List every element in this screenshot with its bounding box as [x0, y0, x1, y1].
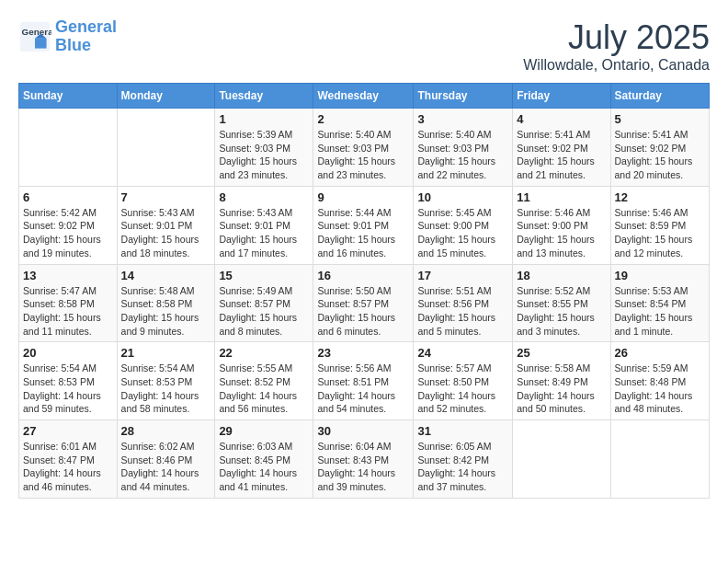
day-number: 4 [517, 112, 606, 126]
logo: General General Blue [18, 18, 117, 55]
calendar-cell: 19Sunrise: 5:53 AM Sunset: 8:54 PM Dayli… [610, 264, 709, 342]
calendar-cell: 27Sunrise: 6:01 AM Sunset: 8:47 PM Dayli… [19, 420, 118, 499]
day-of-week-header: Wednesday [313, 84, 414, 109]
day-number: 2 [317, 112, 409, 126]
day-info: Sunrise: 5:58 AM Sunset: 8:49 PM Dayligh… [517, 362, 606, 416]
calendar-week-row: 27Sunrise: 6:01 AM Sunset: 8:47 PM Dayli… [19, 420, 710, 499]
day-number: 6 [23, 190, 113, 204]
calendar-cell: 9Sunrise: 5:44 AM Sunset: 9:01 PM Daylig… [313, 186, 414, 264]
calendar-week-row: 13Sunrise: 5:47 AM Sunset: 8:58 PM Dayli… [19, 264, 710, 342]
calendar-cell: 18Sunrise: 5:52 AM Sunset: 8:55 PM Dayli… [513, 264, 610, 342]
page-header: General General Blue July 2025 Willowdal… [18, 18, 710, 74]
day-info: Sunrise: 5:46 AM Sunset: 8:59 PM Dayligh… [615, 206, 705, 260]
day-of-week-header: Tuesday [215, 84, 313, 109]
day-number: 24 [417, 346, 508, 360]
day-info: Sunrise: 5:55 AM Sunset: 8:52 PM Dayligh… [219, 362, 309, 416]
calendar-cell: 21Sunrise: 5:54 AM Sunset: 8:53 PM Dayli… [117, 342, 215, 420]
calendar-cell: 23Sunrise: 5:56 AM Sunset: 8:51 PM Dayli… [313, 342, 414, 420]
calendar-cell: 26Sunrise: 5:59 AM Sunset: 8:48 PM Dayli… [610, 342, 709, 420]
calendar-cell: 13Sunrise: 5:47 AM Sunset: 8:58 PM Dayli… [19, 264, 118, 342]
day-number: 16 [317, 269, 409, 282]
day-number: 31 [417, 424, 508, 438]
calendar-cell: 22Sunrise: 5:55 AM Sunset: 8:52 PM Dayli… [215, 342, 313, 420]
svg-marker-2 [35, 39, 47, 49]
calendar-cell: 3Sunrise: 5:40 AM Sunset: 9:03 PM Daylig… [414, 109, 513, 187]
day-info: Sunrise: 5:54 AM Sunset: 8:53 PM Dayligh… [23, 362, 113, 416]
day-number: 3 [417, 112, 508, 126]
calendar-cell: 12Sunrise: 5:46 AM Sunset: 8:59 PM Dayli… [610, 186, 709, 264]
day-info: Sunrise: 5:43 AM Sunset: 9:01 PM Dayligh… [219, 206, 309, 260]
calendar-week-row: 6Sunrise: 5:42 AM Sunset: 9:02 PM Daylig… [19, 186, 710, 264]
day-of-week-header: Monday [117, 84, 215, 109]
day-number: 8 [219, 190, 309, 204]
day-number: 19 [615, 269, 705, 282]
day-number: 5 [615, 112, 705, 126]
location: Willowdale, Ontario, Canada [523, 57, 710, 74]
day-info: Sunrise: 5:45 AM Sunset: 9:00 PM Dayligh… [417, 206, 508, 260]
calendar-cell: 14Sunrise: 5:48 AM Sunset: 8:58 PM Dayli… [117, 264, 215, 342]
calendar-cell: 20Sunrise: 5:54 AM Sunset: 8:53 PM Dayli… [19, 342, 118, 420]
day-of-week-header: Sunday [19, 84, 118, 109]
day-number: 17 [417, 269, 508, 282]
calendar-cell: 11Sunrise: 5:46 AM Sunset: 9:00 PM Dayli… [513, 186, 610, 264]
calendar-cell: 10Sunrise: 5:45 AM Sunset: 9:00 PM Dayli… [414, 186, 513, 264]
calendar-cell [117, 109, 215, 187]
day-number: 23 [317, 346, 409, 360]
month-title: July 2025 [523, 18, 710, 57]
day-number: 26 [615, 346, 705, 360]
day-number: 10 [417, 190, 508, 204]
calendar-cell [513, 420, 610, 499]
day-info: Sunrise: 6:03 AM Sunset: 8:45 PM Dayligh… [219, 440, 309, 494]
calendar-cell: 16Sunrise: 5:50 AM Sunset: 8:57 PM Dayli… [313, 264, 414, 342]
calendar-cell: 30Sunrise: 6:04 AM Sunset: 8:43 PM Dayli… [313, 420, 414, 499]
day-number: 27 [23, 424, 113, 438]
title-area: July 2025 Willowdale, Ontario, Canada [523, 18, 710, 74]
day-number: 21 [121, 346, 211, 360]
day-info: Sunrise: 5:54 AM Sunset: 8:53 PM Dayligh… [121, 362, 211, 416]
day-info: Sunrise: 5:59 AM Sunset: 8:48 PM Dayligh… [615, 362, 705, 416]
calendar-cell: 28Sunrise: 6:02 AM Sunset: 8:46 PM Dayli… [117, 420, 215, 499]
day-info: Sunrise: 5:40 AM Sunset: 9:03 PM Dayligh… [417, 128, 508, 182]
day-info: Sunrise: 6:02 AM Sunset: 8:46 PM Dayligh… [121, 440, 211, 494]
day-info: Sunrise: 5:42 AM Sunset: 9:02 PM Dayligh… [23, 206, 113, 260]
day-number: 13 [23, 269, 113, 282]
calendar-week-row: 1Sunrise: 5:39 AM Sunset: 9:03 PM Daylig… [19, 109, 710, 187]
day-number: 1 [219, 112, 309, 126]
day-number: 20 [23, 346, 113, 360]
calendar-cell: 6Sunrise: 5:42 AM Sunset: 9:02 PM Daylig… [19, 186, 118, 264]
day-info: Sunrise: 5:47 AM Sunset: 8:58 PM Dayligh… [23, 284, 113, 339]
day-info: Sunrise: 5:53 AM Sunset: 8:54 PM Dayligh… [615, 284, 705, 339]
day-info: Sunrise: 5:46 AM Sunset: 9:00 PM Dayligh… [517, 206, 606, 260]
calendar-cell [19, 109, 118, 187]
calendar-cell: 24Sunrise: 5:57 AM Sunset: 8:50 PM Dayli… [414, 342, 513, 420]
day-info: Sunrise: 5:56 AM Sunset: 8:51 PM Dayligh… [317, 362, 409, 416]
calendar-cell: 4Sunrise: 5:41 AM Sunset: 9:02 PM Daylig… [513, 109, 610, 187]
day-number: 28 [121, 424, 211, 438]
logo-text: General Blue [55, 18, 117, 55]
day-of-week-header: Thursday [414, 84, 513, 109]
day-info: Sunrise: 5:44 AM Sunset: 9:01 PM Dayligh… [317, 206, 409, 260]
day-info: Sunrise: 5:41 AM Sunset: 9:02 PM Dayligh… [517, 128, 606, 182]
day-info: Sunrise: 5:52 AM Sunset: 8:55 PM Dayligh… [517, 284, 606, 339]
day-number: 15 [219, 269, 309, 282]
day-info: Sunrise: 5:57 AM Sunset: 8:50 PM Dayligh… [417, 362, 508, 416]
day-number: 7 [121, 190, 211, 204]
day-number: 18 [517, 269, 606, 282]
svg-text:General: General [22, 27, 51, 37]
day-of-week-header: Friday [513, 84, 610, 109]
logo-icon: General [18, 20, 51, 53]
calendar-cell [610, 420, 709, 499]
day-info: Sunrise: 5:49 AM Sunset: 8:57 PM Dayligh… [219, 284, 309, 339]
calendar-header-row: SundayMondayTuesdayWednesdayThursdayFrid… [19, 84, 710, 109]
day-number: 22 [219, 346, 309, 360]
calendar-cell: 5Sunrise: 5:41 AM Sunset: 9:02 PM Daylig… [610, 109, 709, 187]
calendar-table: SundayMondayTuesdayWednesdayThursdayFrid… [18, 83, 710, 499]
calendar-cell: 8Sunrise: 5:43 AM Sunset: 9:01 PM Daylig… [215, 186, 313, 264]
calendar-cell: 7Sunrise: 5:43 AM Sunset: 9:01 PM Daylig… [117, 186, 215, 264]
day-of-week-header: Saturday [610, 84, 709, 109]
day-number: 30 [317, 424, 409, 438]
day-number: 12 [615, 190, 705, 204]
day-number: 29 [219, 424, 309, 438]
calendar-cell: 25Sunrise: 5:58 AM Sunset: 8:49 PM Dayli… [513, 342, 610, 420]
day-info: Sunrise: 6:04 AM Sunset: 8:43 PM Dayligh… [317, 440, 409, 494]
